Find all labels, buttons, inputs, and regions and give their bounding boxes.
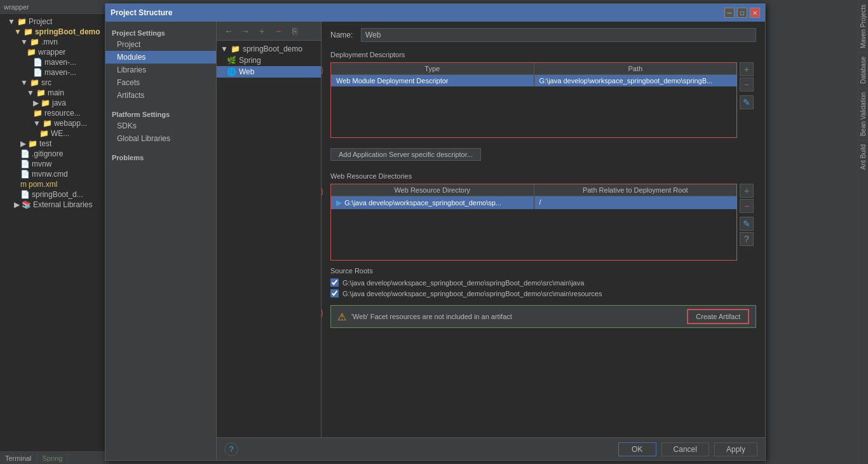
- ide-tree-item[interactable]: 📄 mvnw: [0, 159, 107, 169]
- ide-tree-item[interactable]: 📄 springBoot_d...: [0, 189, 107, 200]
- source-root-row-1: G:\java develop\workspace_springboot_dem…: [330, 277, 756, 288]
- ide-top-bar: wrapper: [0, 0, 107, 14]
- dialog-footer: ? OK Cancel Apply: [217, 437, 765, 460]
- ide-top-bar-label: wrapper: [4, 3, 29, 11]
- back-button[interactable]: ←: [222, 24, 236, 38]
- source-root-row-2: G:\java develop\workspace_springboot_dem…: [330, 288, 756, 299]
- dialog-title: Project Structure: [111, 8, 172, 17]
- sidebar-item-artifacts[interactable]: Artifacts: [105, 89, 216, 102]
- ide-tree-item[interactable]: 📄 mvnw.cmd: [0, 169, 107, 179]
- module-tree-panel: ← → + − ⎘ ▼ 📁 springBoot_demo 🌿: [217, 22, 322, 437]
- spring-icon: 🌿: [227, 56, 236, 65]
- ok-button[interactable]: OK: [618, 442, 656, 456]
- maven-projects-tab[interactable]: Maven Projects: [858, 0, 868, 52]
- forward-button[interactable]: →: [238, 24, 252, 38]
- dd-edit-button[interactable]: ✎: [740, 95, 754, 109]
- warning-bar: ⚠ 'Web' Facet resources are not included…: [330, 305, 756, 328]
- wr-add-button[interactable]: +: [740, 184, 754, 198]
- dd-table-header: Type Path: [331, 63, 736, 75]
- wr-remove-button[interactable]: −: [740, 199, 754, 213]
- dd-empty-area: [331, 86, 736, 137]
- remove-module-button[interactable]: −: [271, 24, 285, 38]
- ide-tree-item[interactable]: 📁 wrapper: [0, 47, 107, 57]
- name-input[interactable]: [361, 28, 756, 42]
- web-resource-section: 2 Web Resource Directory Path Relative t…: [330, 184, 737, 261]
- dd-side-buttons: + − ✎: [740, 62, 754, 109]
- dialog-body: Project Settings Project Modules Librari…: [105, 22, 765, 460]
- help-button[interactable]: ?: [224, 442, 238, 456]
- dd-type-header: Type: [331, 63, 534, 74]
- ide-tree-item[interactable]: ▶ 📁 java: [0, 98, 107, 108]
- ide-tree-item[interactable]: 📄 .gitignore: [0, 149, 107, 159]
- sidebar-item-sdks[interactable]: SDKs: [105, 119, 216, 132]
- ide-tree-item[interactable]: ▶ 📁 test: [0, 139, 107, 149]
- sidebar-item-libraries[interactable]: Libraries: [105, 64, 216, 76]
- tree-item-spring[interactable]: 🌿 Spring: [217, 55, 321, 66]
- wr-side-buttons: + − ✎ ?: [740, 184, 754, 246]
- warning-area: 3 ⚠ 'Web' Facet resources are not includ…: [330, 305, 756, 328]
- ide-tree-item[interactable]: 📁 WE...: [0, 128, 107, 139]
- deployment-descriptors-section: 1 Type Path Web Module Deployment Descri…: [330, 62, 737, 138]
- platform-settings-label: Platform Settings: [105, 108, 216, 119]
- spring-tab[interactable]: Spring: [37, 453, 69, 463]
- minimize-button[interactable]: ─: [724, 8, 735, 18]
- add-module-button[interactable]: +: [255, 24, 269, 38]
- deployment-descriptors-title: Deployment Descriptors: [330, 50, 756, 60]
- web-resource-box: Web Resource Directory Path Relative to …: [330, 184, 737, 261]
- dd-table-row[interactable]: Web Module Deployment Descriptor G:\java…: [331, 75, 736, 86]
- apply-button[interactable]: Apply: [714, 442, 757, 456]
- wr-table-row[interactable]: ▶ G:\java develop\workspace_springboot_d…: [331, 196, 736, 209]
- sidebar-item-global-libraries[interactable]: Global Libraries: [105, 132, 216, 145]
- ide-tree-item[interactable]: ▼ 📁 src: [0, 78, 107, 88]
- project-settings-label: Project Settings: [105, 27, 216, 38]
- dialog-titlebar: Project Structure ─ □ ✕: [105, 4, 765, 22]
- tree-item-web[interactable]: 🌐 Web: [217, 66, 321, 78]
- source-roots-title: Source Roots: [330, 267, 756, 275]
- module-area: ← → + − ⎘ ▼ 📁 springBoot_demo 🌿: [217, 22, 765, 437]
- sidebar-item-project[interactable]: Project: [105, 38, 216, 51]
- add-descriptor-button[interactable]: Add Application Server specific descript…: [330, 148, 481, 161]
- ide-tree-item[interactable]: ▼ 📁 webapp...: [0, 118, 107, 128]
- wr-path-header: Path Relative to Deployment Root: [534, 184, 737, 196]
- add-descriptor-row: Add Application Server specific descript…: [330, 144, 756, 165]
- ant-build-tab[interactable]: Ant Build: [858, 140, 868, 174]
- dd-add-button[interactable]: +: [740, 62, 754, 76]
- database-tab[interactable]: Database: [858, 52, 868, 88]
- dd-type-cell: Web Module Deployment Descriptor: [331, 75, 534, 86]
- wr-help-button[interactable]: ?: [740, 232, 754, 246]
- sidebar-item-facets[interactable]: Facets: [105, 76, 216, 89]
- ide-tree-item[interactable]: ▼ 📁 .mvn: [0, 37, 107, 47]
- copy-module-button[interactable]: ⎘: [288, 24, 302, 38]
- maximize-button[interactable]: □: [737, 8, 747, 18]
- wr-edit-button[interactable]: ✎: [740, 217, 754, 231]
- ide-tree-item[interactable]: 📄 maven-...: [0, 67, 107, 78]
- ide-tree-item[interactable]: 📄 maven-...: [0, 57, 107, 67]
- ide-left-panel: wrapper ▼ 📁 Project ▼ 📁 springBoot_demo …: [0, 0, 108, 464]
- create-artifact-button[interactable]: Create Artifact: [687, 309, 749, 324]
- ide-tree-item[interactable]: ▼ 📁 Project: [0, 17, 107, 27]
- close-button[interactable]: ✕: [750, 8, 760, 18]
- web-icon: 🌐: [227, 67, 236, 76]
- source-root-checkbox-1[interactable]: [330, 278, 339, 287]
- ide-tree-item[interactable]: ▼ 📁 main: [0, 88, 107, 98]
- tree-item-springboot[interactable]: ▼ 📁 springBoot_demo: [217, 43, 321, 55]
- terminal-tab[interactable]: Terminal: [0, 453, 37, 463]
- source-root-checkbox-2[interactable]: [330, 289, 339, 297]
- ide-tree-item[interactable]: ▶ 📚 External Libraries: [0, 200, 107, 210]
- project-structure-dialog: Project Structure ─ □ ✕ Project Settings…: [105, 3, 766, 461]
- wr-path-cell: /: [534, 196, 737, 209]
- ide-tree-item[interactable]: 📁 resource...: [0, 108, 107, 118]
- dd-path-cell: G:\java develop\workspace_springboot_dem…: [534, 75, 737, 86]
- main-content: Name: Deployment Descriptors 1 Type Path: [322, 22, 765, 437]
- bean-validation-tab[interactable]: Bean Validation: [858, 88, 868, 140]
- dd-remove-button[interactable]: −: [740, 78, 754, 92]
- sidebar-item-modules[interactable]: Modules: [105, 51, 216, 64]
- wr-dir-cell: ▶ G:\java develop\workspace_springboot_d…: [331, 196, 534, 209]
- ide-tree-item[interactable]: ▼ 📁 springBoot_demo: [0, 27, 107, 37]
- dd-path-header: Path: [534, 63, 737, 74]
- cancel-button[interactable]: Cancel: [661, 442, 709, 456]
- name-label: Name:: [330, 31, 356, 39]
- ide-bottom-tabs: Terminal Spring: [0, 451, 108, 464]
- ide-tree-item[interactable]: m pom.xml: [0, 179, 107, 189]
- sidebar: Project Settings Project Modules Librari…: [105, 22, 217, 460]
